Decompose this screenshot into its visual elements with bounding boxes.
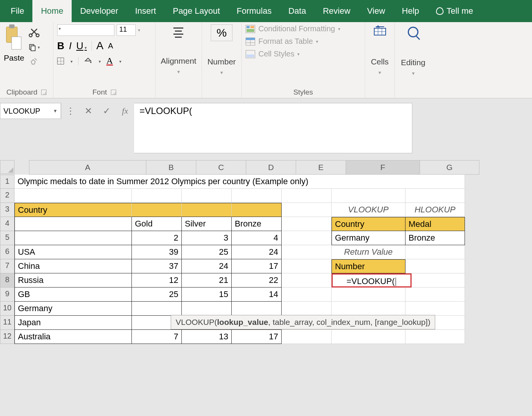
row-header-1[interactable]: 1 [0,175,14,189]
italic-button[interactable]: I [69,40,72,52]
cell-F2[interactable] [332,189,405,203]
cell-E9[interactable] [282,288,332,302]
number-format-button[interactable]: % [211,24,232,41]
cell-E5[interactable] [282,231,332,245]
cell-E3[interactable] [282,203,332,217]
conditional-formatting-button[interactable]: Conditional Formatting▾ [245,24,361,33]
cell-G4[interactable]: Medal [405,217,465,231]
cell-D10[interactable] [232,302,282,316]
editing-dd[interactable]: ▾ [412,70,415,76]
cell-styles-button[interactable]: Cell Styles▾ [245,50,361,58]
cell-B10[interactable] [132,302,182,316]
cell-E2[interactable] [282,189,332,203]
underline-button[interactable]: U [76,40,87,52]
alignment-dd[interactable]: ▾ [177,69,180,75]
cell-D12[interactable]: 17 [232,330,282,344]
cell-E10[interactable] [282,302,332,316]
cell-A9[interactable]: GB [14,288,132,302]
cell-A6[interactable]: USA [14,245,132,259]
cell-B3[interactable] [132,203,182,217]
cell-G9[interactable] [405,288,465,302]
tab-view[interactable]: View [359,0,393,22]
fx-handle[interactable]: ⋮ [61,103,79,119]
row-header-4[interactable]: 4 [0,217,14,231]
row-header-12[interactable]: 12 [0,330,14,344]
grow-font-button[interactable]: A [96,40,104,52]
cell-A2[interactable] [14,189,132,203]
col-header-A[interactable]: A [29,160,146,175]
font-name-select[interactable] [57,24,114,36]
cell-B2[interactable] [132,189,182,203]
cell-C9[interactable]: 15 [182,288,232,302]
row-header-7[interactable]: 7 [0,259,14,273]
select-all-corner[interactable] [0,160,14,174]
cell-E4[interactable] [282,217,332,231]
fontcolor-dd[interactable] [118,58,122,64]
row-header-5[interactable]: 5 [0,231,14,245]
fill-dd[interactable] [98,58,101,64]
cut-button[interactable] [27,25,42,39]
cell-F3[interactable]: VLOOKUP [332,203,405,217]
tab-page-layout[interactable]: Page Layout [164,0,228,22]
copy-button[interactable] [27,42,42,52]
font-size-dd[interactable]: ▾ [138,27,140,33]
cell-B9[interactable]: 25 [132,288,182,302]
cell-F9[interactable] [332,288,405,302]
tab-help[interactable]: Help [394,0,428,22]
cell-A3[interactable]: Country [14,203,132,217]
cell-E7[interactable] [282,259,332,273]
row-header-6[interactable]: 6 [0,245,14,259]
cell-D4[interactable]: Bronze [232,217,282,231]
font-launcher[interactable] [111,90,116,95]
clipboard-launcher[interactable] [41,90,46,95]
cell-D9[interactable]: 14 [232,288,282,302]
tab-file[interactable]: File [2,0,32,22]
cell-B7[interactable]: 37 [132,259,182,273]
tab-home[interactable]: Home [32,0,72,22]
col-header-G[interactable]: G [420,160,479,175]
alignment-button[interactable] [170,24,186,40]
col-header-E[interactable]: E [296,160,346,175]
find-select-button[interactable] [408,27,418,37]
cell-A8[interactable]: Russia [14,273,132,288]
shrink-font-button[interactable]: A [108,42,113,50]
cell-A12[interactable]: Australia [14,330,132,344]
cell-C6[interactable]: 25 [182,245,232,259]
cell-G7[interactable] [405,259,465,273]
cell-G10[interactable] [405,302,465,316]
cell-C10[interactable] [182,302,232,316]
cell-A11[interactable]: Japan [14,316,132,330]
font-color-button[interactable]: A [106,56,113,66]
cell-D6[interactable]: 24 [232,245,282,259]
tab-insert[interactable]: Insert [127,0,164,22]
row-header-9[interactable]: 9 [0,288,14,302]
cell-C4[interactable]: Silver [182,217,232,231]
cell-G8[interactable] [412,273,465,288]
cell-D5[interactable]: 4 [232,231,282,245]
tab-developer[interactable]: Developer [72,0,127,22]
name-box[interactable]: VLOOKUP ▼ [0,103,61,119]
col-header-C[interactable]: C [196,160,246,175]
cell-C7[interactable]: 24 [182,259,232,273]
formula-bar[interactable]: =VLOOKUP( [134,103,412,153]
format-as-table-button[interactable]: Format as Table▾ [245,37,361,46]
tab-data[interactable]: Data [280,0,314,22]
col-header-F[interactable]: F [346,160,420,175]
cell-B4[interactable]: Gold [132,217,182,231]
cell-A5[interactable] [14,231,132,245]
cell-F4[interactable]: Country [332,217,405,231]
row-header-10[interactable]: 10 [0,302,14,316]
cell-F5[interactable]: Germany [332,231,405,245]
tab-formulas[interactable]: Formulas [228,0,280,22]
tab-review[interactable]: Review [314,0,359,22]
cell-A1[interactable]: Olympic medals to date in Summer 2012 Ol… [14,175,465,189]
cell-E6[interactable] [282,245,332,259]
cell-C12[interactable]: 13 [182,330,232,344]
cell-B8[interactable]: 12 [132,273,182,288]
cell-A4[interactable] [14,217,132,231]
cancel-formula-button[interactable]: ✕ [79,103,98,119]
cell-E12[interactable] [282,330,332,344]
row-header-11[interactable]: 11 [0,316,14,330]
cell-F6[interactable]: Return Value [332,245,405,259]
cell-D7[interactable]: 17 [232,259,282,273]
